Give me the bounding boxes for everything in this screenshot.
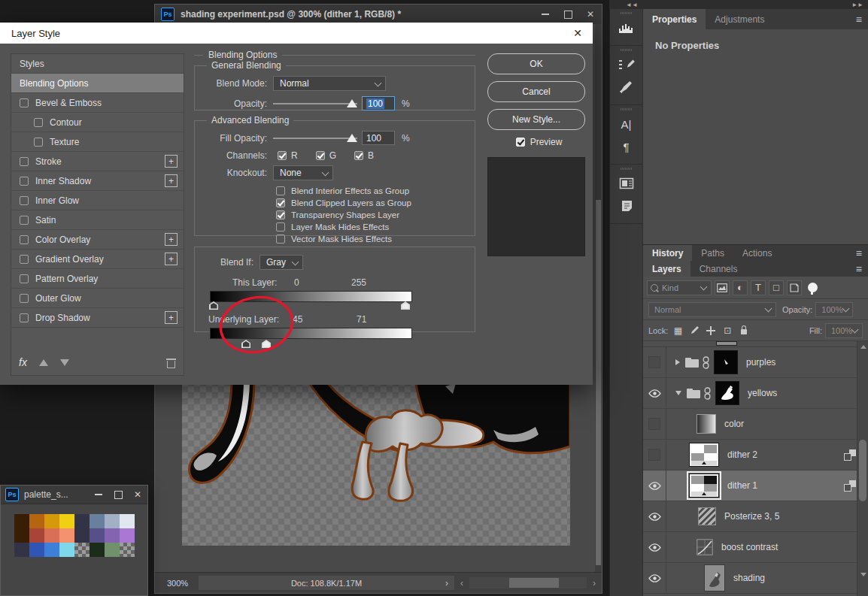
option-blend-clipped-layers-as-group[interactable]: Blend Clipped Layers as Group <box>270 197 475 209</box>
effect-checkbox[interactable] <box>34 138 43 147</box>
visibility-toggle[interactable] <box>643 440 666 470</box>
effect-checkbox[interactable] <box>20 157 29 166</box>
layer-row-color[interactable]: color <box>643 409 868 440</box>
effect-checkbox[interactable] <box>20 98 29 107</box>
filter-type-layers-icon[interactable]: T <box>751 280 766 295</box>
palette-swatch[interactable] <box>120 528 135 543</box>
layer-row-boost-contrast[interactable]: boost contrast <box>643 532 868 563</box>
option-checkbox[interactable] <box>276 198 285 207</box>
fill-dropdown[interactable]: 100% <box>825 323 863 338</box>
scroll-down-icon[interactable] <box>860 573 866 576</box>
layer-thumbnail-posterize[interactable] <box>698 507 716 525</box>
minimize-button[interactable] <box>89 486 108 504</box>
filter-smart-object-icon[interactable] <box>787 280 802 295</box>
channel-checkbox-r[interactable] <box>278 151 287 160</box>
style-item-inner-shadow[interactable]: Inner Shadow+ <box>11 171 184 191</box>
move-effect-up-button[interactable] <box>39 359 48 366</box>
palette-swatch[interactable] <box>90 514 105 528</box>
knockout-select[interactable]: None <box>273 165 333 180</box>
palette-swatch[interactable] <box>90 528 105 543</box>
character-icon[interactable]: A| <box>610 113 642 135</box>
palette-swatch[interactable] <box>14 528 29 543</box>
style-item-outer-glow[interactable]: Outer Glow <box>11 289 184 308</box>
palette-swatch[interactable] <box>59 514 74 528</box>
layer-row-dither-2[interactable]: dither 2 <box>643 440 868 470</box>
palette-swatch[interactable] <box>74 543 90 557</box>
close-button[interactable]: ✕ <box>128 486 147 504</box>
channel-checkbox-g[interactable] <box>316 151 325 160</box>
effect-checkbox[interactable] <box>20 177 29 186</box>
dialog-close-icon[interactable]: ✕ <box>573 27 582 39</box>
layer-row-dither-1[interactable]: dither 1 <box>643 470 868 501</box>
palette-swatch[interactable] <box>44 514 59 528</box>
layers-scrollbar[interactable] <box>857 341 868 596</box>
palette-swatch[interactable] <box>29 528 44 543</box>
style-item-satin[interactable]: Satin <box>11 210 184 230</box>
collapse-left-icon[interactable]: ◄◄ <box>626 2 638 8</box>
vertical-scrollbar-thumb[interactable] <box>596 200 601 565</box>
effect-checkbox[interactable] <box>20 294 29 303</box>
palette-swatch[interactable] <box>105 543 120 557</box>
palette-titlebar[interactable]: Ps palette_s... ✕ <box>1 486 147 504</box>
tab-actions[interactable]: Actions <box>733 245 781 261</box>
horizontal-scrollbar[interactable] <box>469 577 587 588</box>
layer-thumbnail-mask-purples[interactable] <box>714 350 738 374</box>
style-item-pattern-overlay[interactable]: Pattern Overlay <box>11 269 184 289</box>
scroll-up-icon[interactable] <box>860 345 866 349</box>
add-effect-button[interactable]: + <box>165 233 178 246</box>
scroll-left-arrow-icon[interactable]: ‹ <box>454 578 469 588</box>
effect-checkbox[interactable] <box>20 235 29 244</box>
palette-swatch[interactable] <box>44 543 59 557</box>
style-item-stroke[interactable]: Stroke+ <box>11 152 184 171</box>
channel-checkbox-b[interactable] <box>354 151 363 160</box>
this-layer-white-slider[interactable] <box>401 301 410 310</box>
layer-thumbnail-dither[interactable] <box>689 443 719 467</box>
add-effect-button[interactable]: + <box>165 155 178 168</box>
move-effect-down-button[interactable] <box>60 359 69 366</box>
option-blend-interior-effects-as-group[interactable]: Blend Interior Effects as Group <box>270 185 475 197</box>
lock-artboard-icon[interactable]: ⊡ <box>721 324 734 337</box>
palette-swatch[interactable] <box>59 528 74 543</box>
effect-checkbox[interactable] <box>34 118 43 127</box>
ok-button[interactable]: OK <box>487 53 585 74</box>
panel-menu-icon[interactable]: ≡ <box>856 261 862 277</box>
fill-opacity-slider-thumb[interactable] <box>347 134 357 142</box>
lock-image-pixels-icon[interactable] <box>687 324 701 337</box>
visibility-toggle[interactable] <box>643 409 666 439</box>
palette-swatch[interactable] <box>29 543 44 557</box>
palette-swatch[interactable] <box>29 514 44 528</box>
dock-grip[interactable] <box>610 11 642 15</box>
layer-thumbnail-artwork[interactable] <box>704 564 725 591</box>
layer-row-shading[interactable]: shading <box>643 563 868 594</box>
layer-thumbnail-curves[interactable] <box>697 539 713 555</box>
delete-effect-button[interactable] <box>166 357 176 368</box>
visibility-toggle[interactable] <box>643 347 666 377</box>
this-layer-gradient-bar[interactable] <box>210 291 412 302</box>
effect-checkbox[interactable] <box>20 313 29 322</box>
palette-swatch[interactable] <box>59 543 74 557</box>
add-effect-button[interactable]: + <box>165 174 178 187</box>
tab-paths[interactable]: Paths <box>692 245 733 261</box>
dialog-titlebar[interactable]: Layer Style ✕ <box>0 23 593 44</box>
option-checkbox[interactable] <box>276 210 285 219</box>
style-item-gradient-overlay[interactable]: Gradient Overlay+ <box>11 250 184 269</box>
opacity-dropdown[interactable]: 100% <box>815 302 853 317</box>
visibility-toggle[interactable] <box>643 563 666 593</box>
effect-checkbox[interactable] <box>20 216 29 225</box>
tab-channels[interactable]: Channels <box>690 261 747 277</box>
style-item-drop-shadow[interactable]: Drop Shadow+ <box>11 308 184 328</box>
tab-history[interactable]: History <box>643 245 692 261</box>
lock-position-icon[interactable] <box>704 324 718 337</box>
horizontal-scrollbar-thumb[interactable] <box>509 578 559 588</box>
collapse-right-icon[interactable]: ►► <box>851 2 863 8</box>
palette-swatch[interactable] <box>90 543 105 557</box>
blend-mode-select[interactable]: Normal <box>273 76 386 91</box>
style-item-bevel-emboss[interactable]: Bevel & Emboss <box>11 93 184 113</box>
document-titlebar[interactable]: Ps shading experiment.psd @ 300% (dither… <box>155 5 602 25</box>
expand-group-icon[interactable] <box>675 359 680 365</box>
brushes-icon[interactable] <box>610 76 642 98</box>
blend-if-select[interactable]: Gray <box>259 255 303 270</box>
underlying-black-slider[interactable] <box>241 340 250 348</box>
maximize-button[interactable] <box>108 486 128 504</box>
this-layer-black-slider[interactable] <box>209 301 218 310</box>
